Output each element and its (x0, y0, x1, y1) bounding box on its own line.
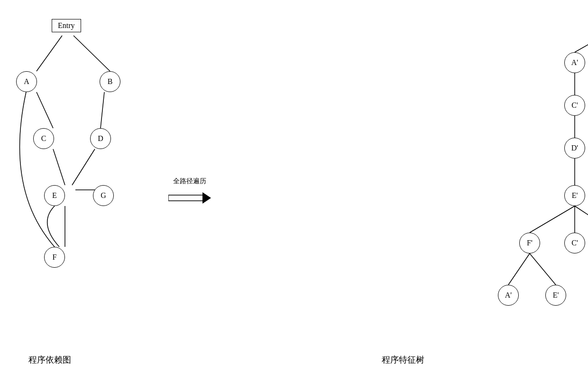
right-node-Cp1-b: C' (564, 233, 585, 253)
right-node-Cp1: C' (564, 95, 585, 116)
left-entry-node: Entry (52, 19, 81, 32)
left-node-A: A (16, 71, 37, 92)
svg-line-0 (37, 36, 62, 71)
right-node-Ep2-b: E' (545, 285, 566, 306)
svg-line-2 (37, 92, 53, 128)
right-node-Fp1-b: F' (519, 233, 540, 253)
svg-line-5 (72, 149, 95, 185)
main-container: Entry A B C D E F G 程序依赖图 (0, 0, 588, 375)
right-tree-edges (218, 0, 588, 375)
right-tree: Entry A' B' C' D' D' E' E' F (218, 0, 588, 375)
svg-marker-12 (202, 192, 211, 204)
right-node-Ap1: A' (564, 52, 585, 73)
svg-line-25 (575, 206, 588, 233)
left-node-B: B (100, 71, 120, 92)
svg-line-3 (101, 92, 104, 128)
left-graph: Entry A B C D E F G 程序依赖图 (0, 0, 161, 375)
left-node-G: G (93, 185, 114, 206)
svg-line-4 (53, 149, 65, 185)
left-graph-edges (0, 0, 161, 375)
right-node-Ep2: E' (564, 185, 585, 206)
right-node-Ap2: A' (498, 285, 519, 306)
left-node-D: D (90, 128, 111, 149)
arrow-label: 全路径遍历 (173, 177, 206, 186)
svg-line-1 (74, 36, 110, 71)
arrow-area: 全路径遍历 (161, 0, 218, 375)
svg-line-30 (530, 253, 556, 285)
svg-line-23 (530, 206, 575, 233)
left-node-F: F (44, 247, 65, 268)
svg-line-29 (508, 253, 530, 285)
arrow-icon (168, 188, 211, 207)
left-node-E: E (44, 185, 65, 206)
left-node-C: C (33, 128, 54, 149)
svg-line-13 (575, 25, 588, 52)
right-node-Dp2: D' (564, 138, 585, 159)
